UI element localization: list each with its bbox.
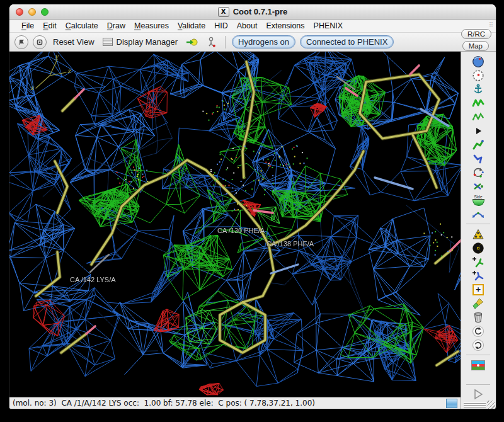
flag-icon (17, 38, 26, 47)
main-area: y x z CA /130 PHE/A CA /138 PHE/A CA /14… (9, 52, 496, 409)
x11-icon (218, 7, 229, 17)
real-space-refine-icon[interactable] (470, 96, 486, 110)
redo-icon[interactable] (470, 338, 486, 351)
stop-view-button[interactable] (33, 35, 47, 49)
reset-view-button[interactable]: Reset View (51, 36, 96, 48)
run-script-icon[interactable] (470, 387, 486, 401)
menu-phenix[interactable]: PHENIX (309, 20, 348, 31)
pivot-anchor-icon[interactable] (470, 83, 486, 96)
add-terminal-residue-icon[interactable] (470, 255, 486, 268)
square-icon (35, 38, 44, 47)
atom-label-lys142: CA /142 LYS/A (70, 276, 116, 283)
status-scale-thumb[interactable] (446, 399, 457, 408)
regularize-icon[interactable] (470, 110, 486, 123)
menu-bar: File Edit Calculate Draw Measures Valida… (9, 20, 496, 33)
gl-viewport-wrap: y x z CA /130 PHE/A CA /138 PHE/A CA /14… (9, 52, 461, 397)
window-controls (16, 4, 49, 19)
close-window-button[interactable] (16, 8, 23, 16)
menu-extensions[interactable]: Extensions (261, 20, 309, 31)
side-chain-180-icon[interactable]: Side (470, 193, 486, 207)
pepflip-warning-icon[interactable] (470, 227, 486, 241)
view-sphere-icon[interactable] (470, 55, 486, 68)
status-text: (mol. no: 3) CA /1/A/142 LYS occ: 1.00 b… (13, 399, 315, 408)
app-window: Coot 0.7.1-pre File Edit Calculate Draw … (9, 4, 496, 409)
menu-hid[interactable]: HID (210, 20, 232, 31)
menu-calculate[interactable]: Calculate (61, 20, 103, 31)
menu-validate[interactable]: Validate (173, 20, 210, 31)
right-toolbar-separator (466, 384, 490, 385)
auto-fit-rotamer-icon[interactable] (470, 138, 486, 151)
menu-about[interactable]: About (232, 20, 262, 31)
phenix-connection-button[interactable]: Connected to PHENIX (300, 35, 394, 48)
toolbar-separator (225, 36, 226, 48)
map-button[interactable]: Map (462, 41, 489, 51)
statusbar-lines (464, 402, 486, 408)
molecule-figure-icon (206, 37, 217, 47)
menu-measures[interactable]: Measures (130, 20, 173, 31)
ligand-builder-flag-icon[interactable] (470, 358, 486, 372)
right-toolbar-separator (466, 224, 490, 224)
menu-draw[interactable]: Draw (103, 20, 130, 31)
zoom-window-button[interactable] (41, 8, 49, 16)
layers-icon (103, 38, 113, 46)
main-toolbar: Reset View Display Manager (9, 33, 496, 52)
axis-x-label: x (30, 84, 34, 91)
delete-icon[interactable] (470, 311, 486, 324)
axis-y-label: y (55, 53, 59, 60)
window-title: Coot 0.7.1-pre (233, 7, 288, 16)
gl-viewport[interactable] (9, 52, 461, 397)
add-alt-conf-icon[interactable] (470, 241, 486, 254)
menu-file[interactable]: File (17, 20, 38, 31)
menu-edit[interactable]: Edit (38, 20, 61, 31)
run-refinement-icon[interactable] (470, 124, 486, 137)
rotamers-icon[interactable] (470, 152, 486, 165)
recenter-icon[interactable] (470, 69, 486, 82)
undo-icon[interactable] (470, 324, 486, 338)
rrc-button[interactable]: R/RC (461, 29, 491, 39)
place-atom-box-icon[interactable] (470, 283, 486, 296)
edit-chi-angles-icon[interactable] (470, 166, 486, 179)
right-toolbar: Side (461, 52, 495, 409)
go-to-atom-button[interactable] (184, 37, 200, 48)
atom-label-phe138: CA /138 PHE/A (266, 240, 314, 248)
axis-z-label: z (67, 67, 71, 74)
desktop: Coot 0.7.1-pre File Edit Calculate Draw … (0, 0, 504, 422)
hydrogens-toggle-button[interactable]: Hydrogens on (232, 35, 295, 48)
display-manager-button[interactable]: Display Manager (101, 36, 180, 48)
add-atom-icon[interactable] (470, 269, 486, 282)
minimize-window-button[interactable] (28, 8, 36, 16)
previous-view-button[interactable] (14, 35, 28, 49)
simple-mutate-brush-icon[interactable] (470, 297, 486, 310)
title-bar[interactable]: Coot 0.7.1-pre (9, 4, 496, 20)
reset-view-label: Reset View (53, 37, 94, 47)
go-to-atom-icon (186, 38, 198, 47)
atom-label-phe130: CA /130 PHE/A (217, 227, 265, 234)
status-bar: (mol. no: 3) CA /1/A/142 LYS occ: 1.00 b… (9, 397, 461, 409)
flip-peptide-icon[interactable] (470, 180, 486, 193)
atom-info-button[interactable] (204, 35, 219, 48)
jiggle-fit-icon[interactable] (470, 207, 486, 220)
menubar-grip[interactable] (489, 21, 493, 28)
right-toolbar-separator (466, 355, 490, 355)
display-manager-label: Display Manager (117, 37, 178, 47)
window-resize-grip[interactable] (487, 401, 495, 409)
